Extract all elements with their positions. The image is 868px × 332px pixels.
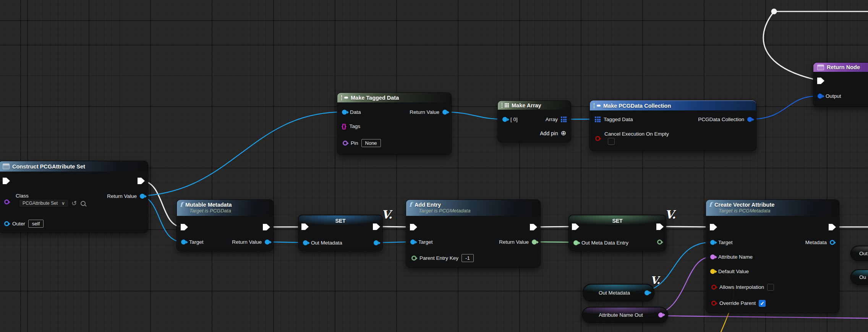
- default-value-pin[interactable]: [710, 269, 715, 274]
- exec-in-pin[interactable]: [3, 178, 10, 184]
- metadata-out-pin[interactable]: [830, 240, 835, 245]
- class-pin-label: Class: [16, 193, 29, 199]
- out-meta-data-entry-in-pin[interactable]: [573, 240, 578, 245]
- node-set-out-meta-data-entry[interactable]: V. SET Out Meta Data Entry: [568, 215, 666, 251]
- exec-out-pin[interactable]: [373, 223, 380, 230]
- wire-attrname-var-horizontal[interactable]: [649, 316, 868, 318]
- outer-value-input[interactable]: self: [28, 220, 44, 228]
- edge-var-node-top[interactable]: Out: [850, 246, 868, 261]
- array-element-0-pin[interactable]: [502, 117, 507, 122]
- use-current-asset-icon[interactable]: ↺: [71, 200, 77, 207]
- node-subtitle: Target is PCGData: [189, 208, 269, 214]
- attribute-name-label: Attribute Name: [718, 254, 753, 260]
- allows-interpolation-pin[interactable]: [711, 285, 716, 290]
- node-mutable-metadata[interactable]: f Mutable Metadata Target is PCGData Tar…: [177, 199, 274, 251]
- node-title: SET: [298, 218, 382, 224]
- pin-value-select[interactable]: None: [361, 139, 381, 147]
- outer-pin[interactable]: [4, 221, 9, 226]
- tagged-data-array-pin[interactable]: [595, 117, 601, 122]
- exec-out-pin[interactable]: [530, 224, 537, 230]
- exec-out-pin[interactable]: [656, 223, 664, 230]
- node-subtitle: Target is PCGMetadata: [419, 208, 536, 214]
- exec-in-pin[interactable]: [301, 223, 309, 230]
- tagged-data-label: Tagged Data: [604, 117, 633, 122]
- override-parent-checkbox[interactable]: [759, 300, 766, 307]
- attribute-name-pin[interactable]: [710, 254, 715, 259]
- out-metadata-out-pin[interactable]: [374, 240, 379, 245]
- blueprint-canvas[interactable]: Construct PCGAttribute Set Class Return …: [0, 0, 868, 332]
- pcgdata-collection-out-pin[interactable]: [747, 117, 752, 122]
- target-label: Target: [418, 239, 433, 245]
- exec-in-pin[interactable]: [410, 224, 417, 230]
- target-pin[interactable]: [710, 240, 715, 245]
- parent-entry-key-pin[interactable]: [411, 256, 416, 261]
- override-parent-label: Override Parent: [719, 300, 756, 306]
- return-value-label: Return Value: [499, 239, 529, 245]
- exec-in-pin[interactable]: [817, 78, 824, 84]
- target-pin[interactable]: [181, 240, 186, 245]
- return-value-label: Return Value: [410, 109, 439, 115]
- override-parent-pin[interactable]: [711, 301, 716, 306]
- exec-in-pin[interactable]: [710, 224, 717, 230]
- return-value-pin[interactable]: [532, 240, 537, 245]
- wire-collection-to-return-output[interactable]: [750, 96, 819, 119]
- node-make-pcgdata-collection[interactable]: Make PCGData Collection Tagged Data PCGD…: [589, 100, 756, 151]
- class-select[interactable]: PCGAttribute Set ∨: [19, 199, 69, 207]
- class-pin[interactable]: [4, 199, 9, 204]
- return-value-pin[interactable]: [140, 194, 145, 199]
- node-title: Make PCGData Collection: [603, 103, 671, 109]
- data-pin[interactable]: [342, 110, 347, 115]
- cancel-execution-checkbox[interactable]: [608, 138, 615, 145]
- return-value-pin[interactable]: [265, 240, 270, 245]
- out-meta-data-entry-out-pin[interactable]: [657, 240, 662, 245]
- allows-interpolation-checkbox[interactable]: [767, 284, 774, 291]
- node-title: SET: [569, 218, 666, 224]
- add-pin-button[interactable]: Add pin ⊕: [540, 129, 566, 137]
- node-return[interactable]: Return Node Output: [813, 62, 868, 107]
- wire-construct-return-to-taggeddata[interactable]: [139, 112, 343, 196]
- wire-exec-reroute-to-return[interactable]: [763, 11, 820, 81]
- node-set-out-metadata[interactable]: V. SET Out Metadata: [298, 215, 383, 251]
- node-make-array[interactable]: Make Array [ 0] Array Add pin ⊕: [497, 100, 571, 142]
- var-get-out-metadata[interactable]: V. Out Metadata: [583, 284, 654, 301]
- var-label: Out: [859, 251, 868, 256]
- exec-in-pin[interactable]: [181, 224, 188, 230]
- reroute-node[interactable]: [771, 9, 777, 15]
- parent-entry-key-label: Parent Entry Key: [419, 255, 458, 261]
- array-out-pin[interactable]: [561, 117, 567, 122]
- var-label: Attribute Name Out: [587, 312, 655, 318]
- local-variable-watermark: V.: [650, 275, 660, 285]
- node-subtitle: Target is PCGMetadata: [719, 208, 835, 214]
- var-get-attribute-name-out[interactable]: Attribute Name Out: [582, 307, 668, 323]
- node-create-vector-attribute[interactable]: f Create Vector Attribute Target is PCGM…: [706, 199, 839, 313]
- out-metadata-in-pin[interactable]: [303, 240, 308, 245]
- node-add-entry[interactable]: f Add Entry Target is PCGMetadata Target…: [406, 199, 541, 267]
- return-value-pin[interactable]: [442, 110, 447, 115]
- function-icon: f: [180, 202, 183, 208]
- node-construct-pcgattribute-set[interactable]: Construct PCGAttribute Set Class Return …: [0, 161, 148, 233]
- exec-in-pin[interactable]: [572, 223, 579, 230]
- exec-out-pin[interactable]: [138, 178, 145, 184]
- exec-out-pin[interactable]: [263, 224, 270, 230]
- tags-set-pin[interactable]: {}: [342, 123, 346, 130]
- output-pin[interactable]: [818, 94, 823, 99]
- parent-entry-key-input[interactable]: -1: [462, 254, 474, 262]
- edge-var-node-bottom[interactable]: Ou: [850, 269, 868, 285]
- wire-taggeddata-to-makearray[interactable]: [442, 112, 505, 119]
- node-title: Construct PCGAttribute Set: [12, 164, 85, 170]
- browse-asset-icon[interactable]: [81, 201, 86, 206]
- return-node-icon: [817, 65, 824, 70]
- target-pin[interactable]: [410, 240, 415, 245]
- var-out-pin[interactable]: [658, 313, 663, 317]
- node-make-tagged-data[interactable]: Make Tagged Data Data Return Value {} Ta…: [337, 92, 452, 155]
- var-label: Out Metadata: [588, 290, 641, 296]
- pin-pin[interactable]: [343, 141, 348, 146]
- node-title: Create Vector Attribute: [714, 202, 774, 208]
- return-value-label: Return Value: [232, 239, 262, 245]
- var-out-pin[interactable]: [645, 290, 649, 295]
- wire-exec-set2-to-createvector[interactable]: [661, 227, 712, 227]
- allows-interpolation-label: Allows Interpolation: [719, 284, 764, 290]
- exec-out-pin[interactable]: [829, 224, 836, 230]
- cancel-execution-pin[interactable]: [595, 136, 600, 141]
- pcgdata-collection-out-label: PCGData Collection: [698, 117, 744, 122]
